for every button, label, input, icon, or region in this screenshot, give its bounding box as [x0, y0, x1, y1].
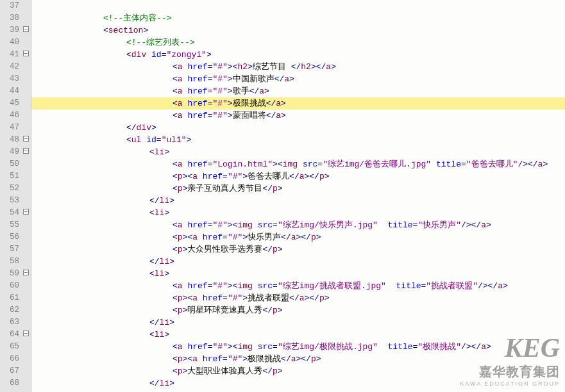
code-line[interactable]: <p><a href="#">快乐男声</a></p>: [31, 231, 565, 243]
token-vl: "极限挑战": [417, 342, 461, 352]
token-tg: li: [155, 208, 165, 218]
code-line[interactable]: <a href="#">歌手</a>: [31, 85, 565, 97]
code-line[interactable]: <p>大众男性歌手选秀赛</p>: [31, 243, 565, 256]
fold-marker[interactable]: [22, 24, 30, 37]
code-line[interactable]: <li>: [31, 329, 565, 341]
token-tg: a: [178, 111, 188, 120]
token-br: <: [173, 245, 178, 254]
code-line[interactable]: <a href="#"><img src="综艺img/极限挑战.jpg" ti…: [31, 341, 565, 353]
token-vl: "#": [212, 111, 227, 120]
code-line[interactable]: </li>: [31, 316, 565, 329]
fold-marker[interactable]: [22, 207, 30, 219]
token-an: href: [187, 281, 207, 291]
token-br: <: [173, 86, 178, 96]
code-line[interactable]: <ul id="ul1">: [31, 134, 565, 146]
token-vl: "#": [228, 233, 242, 242]
gutter-row: 50: [0, 158, 31, 170]
fold-marker[interactable]: [22, 134, 30, 146]
token-br: <: [173, 99, 178, 108]
fold-marker[interactable]: [22, 329, 30, 341]
token-br: >: [169, 318, 174, 327]
line-gutter[interactable]: 3738394041424344454647484950515253545556…: [0, 0, 31, 392]
code-line[interactable]: <a href="#">中国新歌声</a>: [31, 73, 565, 85]
code-area[interactable]: <!--主体内容--><section><!--综艺列表--><div id="…: [31, 0, 565, 392]
fold-collapse-icon[interactable]: [23, 331, 29, 336]
code-line[interactable]: [31, 0, 565, 12]
code-line[interactable]: <p><a href="#">挑战者联盟</a></p>: [31, 292, 565, 304]
code-line[interactable]: <p>明星环球竞速真人秀</p>: [31, 304, 565, 316]
code-line[interactable]: <li>: [31, 146, 565, 158]
gutter-row: 49: [0, 146, 31, 158]
code-line[interactable]: <a href="#"><img src="综艺img/挑战者联盟.jpg" t…: [31, 280, 565, 292]
code-line[interactable]: <a href="#"><img src="综艺img/快乐男声.jpg" ti…: [31, 219, 565, 231]
line-number: 38: [0, 12, 22, 24]
code-line[interactable]: <p><a href="#">爸爸去哪儿</a></p>: [31, 170, 565, 183]
line-number: 40: [0, 37, 22, 49]
code-line[interactable]: <section>: [31, 24, 565, 37]
code-line[interactable]: <a href="#">蒙面唱将</a>: [31, 110, 565, 122]
fold-collapse-icon[interactable]: [23, 26, 29, 32]
token-br: >: [281, 99, 286, 108]
code-line[interactable]: </li>: [31, 377, 565, 389]
token-br: >: [228, 74, 233, 84]
gutter-row: 48: [0, 134, 31, 146]
line-number: 42: [0, 61, 22, 73]
fold-collapse-icon[interactable]: [23, 51, 29, 56]
token-br: >: [281, 111, 286, 120]
token-br: ></: [296, 233, 311, 242]
token-vl: "#": [212, 86, 227, 96]
code-editor[interactable]: 3738394041424344454647484950515253545556…: [0, 0, 565, 392]
code-line[interactable]: <li>: [31, 207, 565, 219]
token-tg: a: [299, 172, 305, 181]
token-vl: "综艺img/挑战者联盟.jpg": [278, 281, 386, 291]
token-br: <: [173, 220, 178, 230]
code-line[interactable]: <a href="#">极限挑战</a>: [31, 97, 565, 110]
token-vl: "#": [228, 293, 242, 303]
gutter-row: 41: [0, 49, 31, 61]
token-tg: li: [160, 257, 170, 266]
code-line[interactable]: </div>: [31, 122, 565, 134]
token-tg: p: [178, 172, 183, 181]
code-line[interactable]: <p><a href="#">极限挑战</a></p>: [31, 353, 565, 365]
code-line[interactable]: <a href="Login.html"><img src="综艺img/爸爸去…: [31, 158, 565, 170]
token-pu: =: [317, 159, 323, 169]
token-tg: li: [160, 318, 170, 327]
token-tx: 歌手: [233, 86, 249, 96]
token-br: >: [316, 233, 321, 242]
token-br: <: [173, 159, 178, 169]
line-number: 54: [0, 207, 22, 219]
fold-collapse-icon[interactable]: [23, 148, 29, 154]
fold-marker[interactable]: [22, 49, 30, 61]
token-br: >: [248, 62, 253, 72]
token-br: ><: [273, 159, 283, 169]
token-br: <: [173, 354, 178, 364]
code-line[interactable]: </li>: [31, 256, 565, 268]
gutter-row: 58: [0, 256, 31, 268]
fold-collapse-icon[interactable]: [23, 209, 29, 215]
token-tg: p: [273, 184, 278, 193]
token-tg: a: [291, 233, 296, 242]
token-an: href: [203, 354, 223, 364]
fold-marker[interactable]: [22, 146, 30, 158]
fold-collapse-icon[interactable]: [23, 270, 29, 275]
token-br: <: [126, 50, 131, 60]
code-line[interactable]: <a href="#"><h2>综艺节目 </h2></a>: [31, 61, 565, 73]
code-line[interactable]: <!--综艺列表-->: [31, 37, 565, 49]
code-line[interactable]: <div id="zongyi">: [31, 49, 565, 61]
token-br: ><: [183, 354, 193, 364]
token-br: </: [262, 306, 273, 315]
code-line[interactable]: </li>: [31, 195, 565, 207]
token-br: >: [164, 147, 169, 157]
code-line[interactable]: <p>亲子互动真人秀节目</p>: [31, 183, 565, 195]
line-number: 61: [0, 292, 22, 304]
code-line[interactable]: <li>: [31, 268, 565, 280]
gutter-row: 39: [0, 24, 31, 37]
fold-marker[interactable]: [22, 268, 30, 280]
fold-collapse-icon[interactable]: [23, 136, 29, 142]
token-tg: a: [178, 281, 188, 291]
code-line[interactable]: <!--主体内容-->: [31, 12, 565, 24]
code-line[interactable]: <p>大型职业体验真人秀</p>: [31, 365, 565, 377]
token-br: </: [149, 318, 160, 327]
token-tg: a: [178, 62, 188, 72]
line-number: 63: [0, 316, 22, 329]
